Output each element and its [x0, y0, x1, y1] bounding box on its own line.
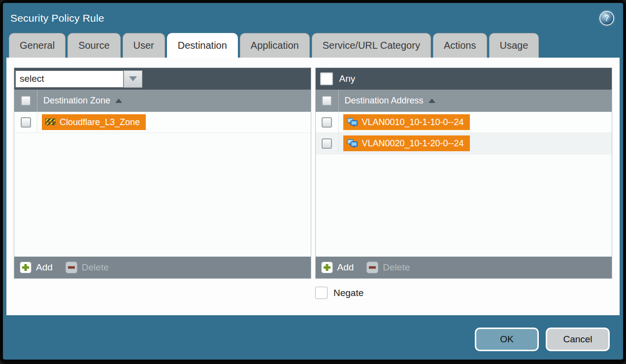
zone-select-combobox: [15, 70, 142, 88]
address-row-checkbox[interactable]: [322, 117, 332, 128]
chevron-down-icon: [129, 76, 137, 81]
address-add-button[interactable]: Add: [321, 262, 354, 273]
zone-add-button[interactable]: Add: [20, 262, 53, 273]
destination-address-panel: Any Destination Address: [315, 67, 613, 279]
address-chip[interactable]: VLAN0010_10-1-10-0--24: [343, 114, 470, 130]
address-panel-topbar: Any: [316, 68, 612, 90]
minus-icon: [66, 262, 77, 273]
dialog-frame: Security Policy Rule ? General Source Us…: [3, 3, 623, 360]
address-list: VLAN0010_10-1-10-0--24: [316, 112, 612, 257]
security-policy-rule-dialog: Security Policy Rule ? General Source Us…: [0, 0, 626, 364]
any-label: Any: [339, 73, 356, 84]
zone-row[interactable]: Cloudflare_L3_Zone: [14, 112, 311, 133]
tab-bar: General Source User Destination Applicat…: [3, 33, 623, 58]
address-column-title: Destination Address: [345, 96, 424, 106]
zone-column-title: Destination Zone: [43, 96, 110, 106]
tab-actions[interactable]: Actions: [433, 33, 487, 58]
zone-label: Cloudflare_L3_Zone: [60, 117, 140, 128]
dialog-footer: OK Cancel: [3, 315, 623, 360]
tab-destination[interactable]: Destination: [167, 33, 238, 58]
address-select-all-checkbox[interactable]: [322, 96, 332, 106]
minus-icon: [366, 262, 378, 273]
address-icon: [347, 118, 358, 127]
negate-row: Negate: [315, 287, 612, 299]
help-icon[interactable]: ?: [600, 12, 613, 25]
panels-container: Destination Zone: [14, 67, 612, 279]
zone-list: Cloudflare_L3_Zone: [14, 112, 311, 257]
zone-column-header[interactable]: Destination Zone: [14, 90, 311, 112]
address-chip[interactable]: VLAN0020_10-1-20-0--24: [343, 135, 470, 151]
plus-icon: [321, 262, 333, 273]
cancel-button[interactable]: Cancel: [546, 328, 610, 351]
zone-panel-footer: Add Delete: [14, 257, 311, 278]
address-delete-button[interactable]: Delete: [366, 262, 410, 273]
address-label: VLAN0020_10-1-20-0--24: [362, 138, 464, 149]
negate-checkbox[interactable]: [315, 287, 328, 299]
zone-select-input[interactable]: [15, 70, 124, 88]
address-row-checkbox[interactable]: [322, 138, 332, 149]
tab-application[interactable]: Application: [240, 33, 310, 58]
dialog-titlebar: Security Policy Rule ?: [3, 3, 623, 33]
address-row[interactable]: VLAN0010_10-1-10-0--24: [316, 112, 612, 133]
sort-ascending-icon: [428, 99, 435, 103]
plus-icon: [20, 262, 32, 273]
any-checkbox[interactable]: [320, 72, 333, 85]
address-panel-footer: Add Delete: [316, 257, 612, 278]
ok-button[interactable]: OK: [475, 328, 539, 351]
destination-zone-panel: Destination Zone: [14, 67, 311, 279]
tab-service-url-category[interactable]: Service/URL Category: [312, 33, 431, 58]
zone-select-dropdown-button[interactable]: [124, 70, 142, 88]
sort-ascending-icon: [115, 99, 122, 103]
tab-general[interactable]: General: [9, 33, 66, 58]
address-column-header[interactable]: Destination Address: [316, 90, 612, 112]
zone-delete-button[interactable]: Delete: [66, 262, 109, 273]
zone-chip[interactable]: Cloudflare_L3_Zone: [42, 114, 146, 130]
dialog-title: Security Policy Rule: [10, 12, 104, 24]
address-icon: [347, 139, 358, 148]
zone-panel-topbar: [14, 68, 311, 90]
destination-tab-content: Destination Zone: [6, 58, 620, 315]
address-row[interactable]: VLAN0020_10-1-20-0--24: [316, 133, 612, 154]
zone-icon: [45, 118, 56, 126]
tab-user[interactable]: User: [123, 33, 165, 58]
tab-usage[interactable]: Usage: [489, 33, 539, 58]
zone-row-checkbox[interactable]: [21, 117, 31, 128]
negate-label: Negate: [333, 288, 363, 298]
address-label: VLAN0010_10-1-10-0--24: [362, 117, 464, 128]
zone-select-all-checkbox[interactable]: [21, 96, 31, 106]
tab-source[interactable]: Source: [67, 33, 120, 58]
